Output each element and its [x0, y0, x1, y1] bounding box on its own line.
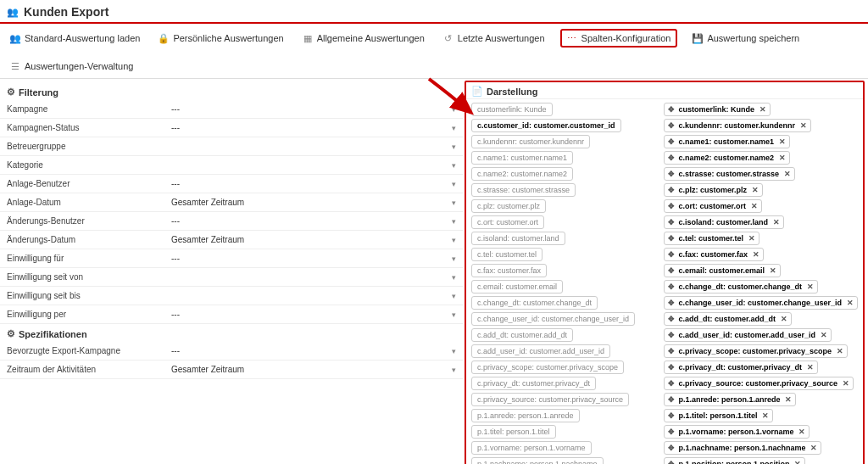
available-column-chip[interactable]: c.plz: customer.plz	[471, 199, 546, 213]
selected-column-chip[interactable]: ✥c.change_dt: customer.change_dt✕	[664, 280, 818, 293]
available-column-chip[interactable]: c.customer_id: customer.customer_id	[471, 119, 621, 132]
remove-icon[interactable]: ✕	[800, 121, 807, 130]
remove-icon[interactable]: ✕	[752, 186, 759, 194]
available-column-chip[interactable]: c.tel: customer.tel	[471, 248, 542, 261]
selected-column-chip[interactable]: ✥p.1.vorname: person.1.vorname✕	[664, 425, 810, 439]
available-column-chip[interactable]: p.1.anrede: person.1.anrede	[471, 409, 580, 422]
drag-handle-icon[interactable]: ✥	[668, 282, 675, 291]
drag-handle-icon[interactable]: ✥	[668, 250, 675, 259]
available-column-chip[interactable]: c.email: customer.email	[471, 280, 563, 293]
remove-icon[interactable]: ✕	[773, 218, 780, 226]
remove-icon[interactable]: ✕	[810, 444, 817, 452]
available-column-chip[interactable]: p.1.titel: person.1.titel	[471, 425, 556, 439]
selected-column-chip[interactable]: ✥c.change_user_id: customer.change_user_…	[664, 296, 858, 310]
drag-handle-icon[interactable]: ✥	[668, 460, 675, 464]
filter-select[interactable]: ▾	[168, 273, 463, 282]
selected-column-chip[interactable]: ✥c.strasse: customer.strasse✕	[664, 167, 795, 181]
filter-select[interactable]: ---▾	[168, 254, 463, 263]
drag-handle-icon[interactable]: ✥	[668, 137, 675, 146]
drag-handle-icon[interactable]: ✥	[668, 379, 675, 388]
filter-select[interactable]: ---▾	[168, 310, 463, 319]
remove-icon[interactable]: ✕	[781, 315, 787, 323]
drag-handle-icon[interactable]: ✥	[668, 121, 675, 130]
remove-icon[interactable]: ✕	[798, 428, 805, 436]
selected-column-chip[interactable]: ✥c.tel: customer.tel✕	[664, 232, 760, 245]
selected-column-chip[interactable]: ✥c.fax: customer.fax✕	[664, 248, 764, 261]
filter-select[interactable]: ▾	[168, 161, 463, 170]
available-column-chip[interactable]: c.kundennr: customer.kundennr	[471, 135, 590, 148]
remove-icon[interactable]: ✕	[847, 299, 854, 307]
remove-icon[interactable]: ✕	[753, 250, 760, 259]
remove-icon[interactable]: ✕	[779, 154, 786, 162]
filter-select[interactable]: ---▾	[168, 123, 463, 132]
remove-icon[interactable]: ✕	[748, 234, 755, 243]
save-evaluation-button[interactable]: 💾 Auswertung speichern	[689, 31, 803, 45]
recent-evaluations-button[interactable]: ↺ Letzte Auswertungen	[440, 31, 548, 45]
section-darstellung[interactable]: Darstellung	[466, 82, 863, 99]
general-evaluations-button[interactable]: ▦ Allgemeine Auswertungen	[299, 31, 428, 45]
remove-icon[interactable]: ✕	[751, 202, 758, 210]
drag-handle-icon[interactable]: ✥	[668, 428, 675, 436]
selected-column-chip[interactable]: ✥c.kundennr: customer.kundennr✕	[664, 119, 811, 132]
available-column-chip[interactable]: c.privacy_source: customer.privacy_sourc…	[471, 393, 629, 406]
remove-icon[interactable]: ✕	[837, 347, 843, 355]
load-standard-button[interactable]: 👥 Standard-Auswertung laden	[7, 31, 143, 45]
remove-icon[interactable]: ✕	[770, 266, 776, 275]
selected-column-chip[interactable]: ✥c.ort: customer.ort✕	[664, 199, 762, 213]
selected-column-chip[interactable]: ✥c.plz: customer.plz✕	[664, 183, 763, 197]
drag-handle-icon[interactable]: ✥	[668, 234, 675, 243]
drag-handle-icon[interactable]: ✥	[668, 444, 675, 452]
available-column-chip[interactable]: c.isoland: customer.land	[471, 232, 565, 245]
personal-evaluations-button[interactable]: 🔒 Persönliche Auswertungen	[155, 31, 287, 45]
selected-column-chip[interactable]: ✥customerlink: Kunde✕	[664, 103, 771, 116]
manage-evaluations-button[interactable]: ☰ Auswertungen-Verwaltung	[7, 59, 136, 73]
filter-select[interactable]: ---▾	[168, 346, 463, 355]
filter-select[interactable]: ---▾	[168, 104, 463, 114]
drag-handle-icon[interactable]: ✥	[668, 170, 675, 178]
available-column-chip[interactable]: c.name2: customer.name2	[471, 167, 573, 181]
available-column-chip[interactable]: customerlink: Kunde	[471, 103, 553, 116]
drag-handle-icon[interactable]: ✥	[668, 105, 675, 114]
available-column-chip[interactable]: c.ort: customer.ort	[471, 215, 544, 229]
drag-handle-icon[interactable]: ✥	[668, 186, 675, 194]
available-column-chip[interactable]: c.fax: customer.fax	[471, 264, 547, 277]
remove-icon[interactable]: ✕	[784, 170, 791, 178]
selected-column-chip[interactable]: ✥p.1.anrede: person.1.anrede✕	[664, 393, 796, 406]
remove-icon[interactable]: ✕	[779, 137, 786, 146]
available-column-chip[interactable]: c.name1: customer.name1	[471, 151, 573, 165]
selected-column-chip[interactable]: ✥c.privacy_source: customer.privacy_sour…	[664, 377, 854, 390]
drag-handle-icon[interactable]: ✥	[668, 266, 675, 275]
drag-handle-icon[interactable]: ✥	[668, 154, 675, 162]
available-column-chip[interactable]: p.1.nachname: person.1.nachname	[471, 457, 604, 464]
remove-icon[interactable]: ✕	[843, 379, 849, 388]
available-column-chip[interactable]: c.change_dt: customer.change_dt	[471, 296, 598, 310]
remove-icon[interactable]: ✕	[807, 282, 814, 291]
filter-select[interactable]: Gesamter Zeitraum▾	[168, 365, 463, 374]
filter-select[interactable]: Gesamter Zeitraum▾	[168, 198, 463, 207]
selected-column-chip[interactable]: ✥c.privacy_dt: customer.privacy_dt✕	[664, 361, 818, 374]
drag-handle-icon[interactable]: ✥	[668, 395, 675, 404]
available-column-chip[interactable]: c.strasse: customer.strasse	[471, 183, 576, 197]
selected-column-chip[interactable]: ✥c.name1: customer.name1✕	[664, 135, 790, 148]
filter-select[interactable]: ▾	[168, 292, 463, 300]
filter-select[interactable]: ---▾	[168, 216, 463, 226]
drag-handle-icon[interactable]: ✥	[668, 315, 675, 323]
selected-column-chip[interactable]: ✥p.1.titel: person.1.titel✕	[664, 409, 773, 422]
selected-column-chip[interactable]: ✥c.isoland: customer.land✕	[664, 215, 784, 229]
available-column-chip[interactable]: c.privacy_dt: customer.privacy_dt	[471, 377, 596, 390]
available-column-chip[interactable]: c.privacy_scope: customer.privacy_scope	[471, 361, 624, 374]
selected-column-chip[interactable]: ✥c.privacy_scope: customer.privacy_scope…	[664, 344, 848, 358]
filter-select[interactable]: ▾	[168, 143, 463, 151]
available-column-chip[interactable]: c.add_user_id: customer.add_user_id	[471, 344, 610, 358]
drag-handle-icon[interactable]: ✥	[668, 363, 675, 372]
remove-icon[interactable]: ✕	[760, 105, 766, 114]
available-column-chip[interactable]: p.1.vorname: person.1.vorname	[471, 441, 592, 455]
drag-handle-icon[interactable]: ✥	[668, 299, 675, 307]
filter-select[interactable]: Gesamter Zeitraum▾	[168, 235, 463, 244]
available-column-chip[interactable]: c.change_user_id: customer.change_user_i…	[471, 312, 635, 326]
remove-icon[interactable]: ✕	[785, 395, 792, 404]
section-filtering[interactable]: Filterung	[0, 82, 463, 100]
drag-handle-icon[interactable]: ✥	[668, 202, 675, 210]
columns-config-button[interactable]: ⋯ Spalten-Konfiguration	[560, 29, 678, 48]
drag-handle-icon[interactable]: ✥	[668, 218, 675, 226]
